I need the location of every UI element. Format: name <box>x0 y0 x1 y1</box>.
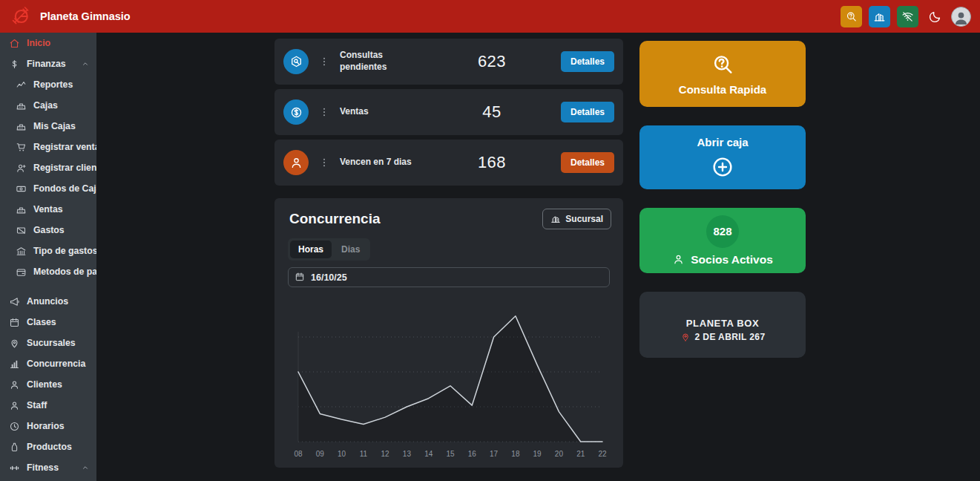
sidebar-item-registrar-cliente[interactable]: Registrar cliente <box>0 157 96 178</box>
svg-text:16: 16 <box>468 450 477 458</box>
detalles-button[interactable]: Detalles <box>561 51 614 72</box>
main-content: Consultas pendientes623DetallesVentas45D… <box>96 33 980 481</box>
planeta-gimnasio-logo-icon <box>9 4 33 28</box>
branch-button[interactable] <box>869 6 890 27</box>
sidebar-item-tipo-de-gastos[interactable]: Tipo de gastos <box>0 240 96 261</box>
sidebar-item-finanzas[interactable]: Finanzas <box>0 53 96 74</box>
offline-mode-button[interactable] <box>897 6 918 27</box>
cash-register-icon <box>16 204 27 215</box>
date-input[interactable] <box>288 267 610 287</box>
stat-value: 45 <box>423 102 561 122</box>
stat-card: Ventas45Detalles <box>274 89 623 135</box>
sucursal-filter-button[interactable]: Sucursal <box>542 209 611 229</box>
money-off-icon <box>16 225 27 236</box>
user-avatar[interactable] <box>951 7 971 27</box>
sidebar-item-anuncios[interactable]: Anuncios <box>0 291 96 312</box>
megaphone-icon <box>9 296 20 307</box>
sidebar-item-fondos-de-caja[interactable]: Fondos de Caja <box>0 178 96 199</box>
cash-register-icon <box>16 100 27 111</box>
person-plus-icon <box>16 163 27 174</box>
home-icon <box>9 38 20 49</box>
concurrencia-tabs: Horas Dias <box>288 238 370 261</box>
search-question-icon <box>710 52 735 77</box>
svg-text:20: 20 <box>555 450 564 458</box>
wifi-off-icon <box>901 10 914 23</box>
stat-label: Ventas <box>340 106 423 118</box>
map-pin-icon <box>9 338 20 349</box>
svg-text:08: 08 <box>294 450 303 458</box>
tab-horas[interactable]: Horas <box>290 240 332 258</box>
concurrencia-title: Concurrencia <box>289 211 380 227</box>
concurrencia-card: Concurrencia Sucursal Horas Dias 0809101… <box>274 198 623 468</box>
stats-column: Consultas pendientes623DetallesVentas45D… <box>274 39 623 468</box>
sidebar-item-label: Anuncios <box>27 296 68 307</box>
sidebar-item-staff[interactable]: Staff <box>0 395 96 416</box>
detalles-button[interactable]: Detalles <box>561 152 614 173</box>
svg-text:21: 21 <box>576 450 585 458</box>
bar-chart-icon <box>9 359 20 370</box>
kebab-menu-icon[interactable] <box>318 55 330 68</box>
user-icon <box>9 379 20 390</box>
app-header: Planeta Gimnasio <box>0 0 980 33</box>
sidebar-item-fitness[interactable]: Fitness <box>0 457 96 478</box>
sidebar-item-label: Fondos de Caja <box>33 183 96 194</box>
sidebar-item-label: Tipo de gastos <box>33 246 96 256</box>
sidebar-item-clientes[interactable]: Clientes <box>0 374 96 395</box>
quick-search-button[interactable] <box>841 6 862 27</box>
calendar-icon <box>9 317 20 328</box>
sidebar-item-cajas[interactable]: Cajas <box>0 95 96 116</box>
sidebar-item-metodos-de-pago[interactable]: Metodos de pago <box>0 261 96 282</box>
sidebar-item-gastos[interactable]: Gastos <box>0 220 96 240</box>
stat-card: Consultas pendientes623Detalles <box>274 39 623 85</box>
svg-text:13: 13 <box>403 450 412 458</box>
clock-icon <box>9 421 20 432</box>
svg-text:22: 22 <box>598 450 607 458</box>
plus-circle-icon <box>710 154 735 180</box>
user-icon <box>9 400 20 411</box>
sidebar-item-clases[interactable]: Clases <box>0 312 96 333</box>
sidebar-item-inicio[interactable]: Inicio <box>0 33 96 53</box>
sidebar-item-registrar-venta[interactable]: Registrar venta <box>0 137 96 157</box>
sidebar-item-label: Staff <box>27 400 47 410</box>
cash-register-icon <box>16 121 27 132</box>
moon-icon <box>928 10 942 24</box>
bottle-icon <box>9 442 20 453</box>
sidebar-item-horarios[interactable]: Horarios <box>0 416 96 436</box>
sidebar-item-label: Cajas <box>33 100 58 111</box>
branch-address: 2 DE ABRIL 267 <box>695 332 766 342</box>
sidebar-item-mis-cajas[interactable]: Mis Cajas <box>0 116 96 137</box>
search-question-icon <box>845 10 858 23</box>
quick-actions-column: Consulta Rapida Abrir caja 828 Socios Ac… <box>639 41 806 358</box>
svg-text:11: 11 <box>360 450 368 458</box>
sidebar-item-sucursales[interactable]: Sucursales <box>0 333 96 353</box>
tab-dias[interactable]: Dias <box>333 240 368 258</box>
sidebar-item-label: Reportes <box>33 79 73 90</box>
kebab-menu-icon[interactable] <box>318 105 330 119</box>
dark-mode-toggle[interactable] <box>925 7 944 26</box>
branch-card[interactable]: PLANETA BOX 2 DE ABRIL 267 <box>639 292 806 358</box>
person-icon <box>672 253 685 266</box>
sidebar-item-label: Ventas <box>33 204 63 215</box>
branch-name: PLANETA BOX <box>686 318 759 329</box>
stat-value: 168 <box>423 153 561 172</box>
dollar-icon <box>9 59 20 70</box>
app-title: Planeta Gimnasio <box>40 10 131 22</box>
sidebar-item-concurrencia[interactable]: Concurrencia <box>0 353 96 374</box>
consulta-rapida-button[interactable]: Consulta Rapida <box>639 41 806 107</box>
sidebar-item-label: Clases <box>27 317 56 327</box>
detalles-button[interactable]: Detalles <box>561 102 614 122</box>
socios-activos-card[interactable]: 828 Socios Activos <box>639 208 806 273</box>
dollar-circle-icon <box>283 99 309 125</box>
sidebar-item-reportes[interactable]: Reportes <box>0 74 96 95</box>
sidebar-item-productos[interactable]: Productos <box>0 436 96 457</box>
abrir-caja-button[interactable]: Abrir caja <box>639 125 806 189</box>
kebab-menu-icon[interactable] <box>318 156 330 169</box>
sidebar-item-label: Concurrencia <box>27 359 85 369</box>
sidebar-item-ventas[interactable]: Ventas <box>0 199 96 220</box>
sidebar-item-label: Fitness <box>27 462 59 473</box>
svg-text:17: 17 <box>490 450 499 458</box>
sidebar-item-label: Mis Cajas <box>33 121 76 131</box>
chart-line-icon <box>16 79 27 91</box>
sidebar-item-label: Metodos de pago <box>33 266 96 277</box>
sidebar-item-label: Gastos <box>33 225 65 235</box>
